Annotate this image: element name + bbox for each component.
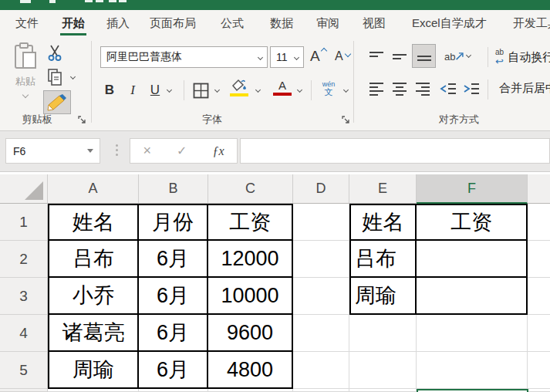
row-header-3[interactable]: 3 xyxy=(0,278,48,315)
quick-access-undo-icon[interactable] xyxy=(49,0,56,3)
top-align-button[interactable] xyxy=(367,46,386,67)
quick-access-icon[interactable] xyxy=(109,0,116,2)
cell-F2[interactable] xyxy=(417,241,528,278)
cell-E5[interactable] xyxy=(349,352,417,389)
italic-button[interactable]: I xyxy=(126,80,140,100)
phonetic-dropdown-chevron[interactable] xyxy=(343,87,349,93)
select-all-corner[interactable] xyxy=(0,174,48,204)
decrease-font-size-button[interactable]: A xyxy=(334,46,356,67)
increase-indent-button[interactable] xyxy=(461,78,481,100)
cell-A4[interactable]: 诸葛亮 xyxy=(48,315,139,352)
formula-input[interactable] xyxy=(240,138,550,164)
cell-D6[interactable] xyxy=(293,389,349,392)
cell-B1[interactable]: 月份 xyxy=(139,204,208,241)
cut-button[interactable] xyxy=(46,44,63,61)
cell-F4[interactable] xyxy=(417,315,528,352)
underline-dropdown-chevron[interactable] xyxy=(167,87,172,93)
cell-D5[interactable] xyxy=(293,352,349,389)
cell-A1[interactable]: 姓名 xyxy=(48,204,139,241)
cell-G5[interactable] xyxy=(528,352,550,389)
cell-E1[interactable]: 姓名 xyxy=(349,204,417,241)
quick-access-icon[interactable] xyxy=(119,0,127,2)
cell-F5[interactable] xyxy=(417,352,528,389)
name-box-dropdown-icon[interactable] xyxy=(87,149,93,153)
clipboard-dialog-launcher-icon[interactable] xyxy=(78,116,87,125)
tab-page-layout[interactable]: 页面布局 xyxy=(150,10,196,36)
merge-center-button[interactable]: 合并后居中 xyxy=(495,81,550,96)
tab-data[interactable]: 数据 xyxy=(270,10,293,36)
cell-A3[interactable]: 小乔 xyxy=(48,278,139,315)
align-right-button[interactable] xyxy=(413,78,432,100)
orientation-button[interactable]: ab xyxy=(444,46,464,67)
cell-B4[interactable]: 6月 xyxy=(139,315,208,352)
row-header-6[interactable] xyxy=(0,389,48,392)
column-header-C[interactable]: C xyxy=(208,174,293,204)
font-size-combobox[interactable]: 11 xyxy=(270,46,304,68)
cell-D1[interactable] xyxy=(293,204,349,241)
borders-button[interactable] xyxy=(191,80,211,100)
underline-button[interactable]: U xyxy=(147,80,163,100)
fill-color-dropdown-chevron[interactable] xyxy=(255,87,261,93)
font-dialog-launcher-icon[interactable] xyxy=(342,116,351,125)
cell-B2[interactable]: 6月 xyxy=(139,241,208,278)
quick-access-redo-icon[interactable] xyxy=(85,0,93,2)
format-painter-button[interactable] xyxy=(43,90,71,114)
cell-B3[interactable]: 6月 xyxy=(139,278,208,315)
increase-font-size-button[interactable]: A xyxy=(309,46,330,67)
cell-E6[interactable] xyxy=(349,389,417,392)
cell-C4[interactable]: 9600 xyxy=(208,315,293,352)
row-header-1[interactable]: 1 xyxy=(0,204,48,241)
cell-G1[interactable] xyxy=(528,204,550,241)
cell-C5[interactable]: 4800 xyxy=(208,352,293,389)
tab-file[interactable]: 文件 xyxy=(15,10,39,36)
cell-G6[interactable] xyxy=(528,389,550,392)
font-name-combobox[interactable]: 阿里巴巴普惠体 xyxy=(100,46,268,68)
tab-excel-self-study[interactable]: Excel自学成才 xyxy=(412,10,487,36)
copy-button[interactable] xyxy=(46,67,63,87)
bottom-align-button[interactable] xyxy=(412,44,436,68)
font-color-dropdown-chevron[interactable] xyxy=(297,87,302,93)
quick-access-save-icon[interactable] xyxy=(20,0,31,3)
cell-D2[interactable] xyxy=(293,241,349,278)
column-header-F[interactable]: F xyxy=(417,174,528,204)
enter-icon[interactable]: ✓ xyxy=(177,144,187,158)
tab-home[interactable]: 开始 xyxy=(62,10,85,36)
middle-align-button[interactable] xyxy=(390,46,409,67)
paste-button[interactable]: 粘贴 xyxy=(8,42,43,117)
cell-E3[interactable]: 周瑜 xyxy=(349,278,417,315)
cell-C2[interactable]: 12000 xyxy=(208,241,293,278)
column-header-D[interactable]: D xyxy=(293,174,349,204)
column-header-B[interactable]: B xyxy=(139,174,208,204)
fill-color-button[interactable] xyxy=(230,79,248,96)
cell-B6[interactable] xyxy=(139,389,208,392)
copy-dropdown-chevron[interactable] xyxy=(70,74,76,79)
row-header-2[interactable]: 2 xyxy=(0,241,48,278)
cell-C6[interactable] xyxy=(208,389,293,392)
align-center-button[interactable] xyxy=(390,78,409,100)
cell-G2[interactable] xyxy=(528,241,550,278)
cell-A5[interactable]: 周瑜 xyxy=(48,352,139,389)
row-header-5[interactable]: 5 xyxy=(0,352,48,389)
cell-E2[interactable]: 吕布 xyxy=(349,241,417,278)
orientation-dropdown-chevron[interactable] xyxy=(466,52,471,58)
borders-dropdown-chevron[interactable] xyxy=(214,87,220,93)
wrap-text-button[interactable]: ab↩ 自动换行 xyxy=(495,49,550,66)
tab-review[interactable]: 审阅 xyxy=(316,10,339,36)
cell-E4[interactable] xyxy=(349,315,417,352)
phonetic-guide-button[interactable]: wén 文 xyxy=(318,81,339,96)
cell-G4[interactable] xyxy=(528,315,550,352)
insert-function-icon[interactable]: ƒx xyxy=(212,144,224,158)
cell-A6[interactable] xyxy=(48,389,139,392)
decrease-indent-button[interactable] xyxy=(438,78,458,100)
column-header-A[interactable]: A xyxy=(48,174,139,204)
cell-D4[interactable] xyxy=(293,315,349,352)
tab-formulas[interactable]: 公式 xyxy=(221,10,244,36)
cancel-icon[interactable]: × xyxy=(143,143,151,159)
tab-developer[interactable]: 开发工具 xyxy=(513,10,550,36)
align-left-button[interactable] xyxy=(367,78,386,100)
paste-dropdown-chevron[interactable] xyxy=(22,92,29,98)
cell-F1[interactable]: 工资 xyxy=(417,204,528,241)
cell-F3[interactable] xyxy=(417,278,528,315)
font-color-button[interactable]: A xyxy=(273,79,292,96)
row-header-4[interactable]: 4 xyxy=(0,315,48,352)
